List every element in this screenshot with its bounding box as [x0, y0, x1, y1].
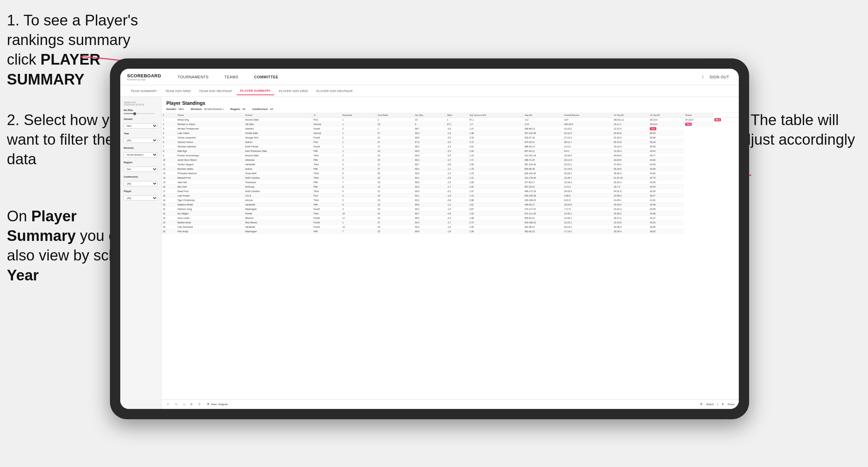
slider-track[interactable] [124, 113, 155, 114]
no-rds-label: No Rds. [124, 109, 158, 112]
table-row: 26Petr HrubyWashingtonFifth72568.6-1.81.… [162, 229, 739, 234]
sub-nav-player-h2h-heatmap[interactable]: PLAYER H2H HEATMAP [313, 87, 356, 95]
sub-nav-team-h2h-grid[interactable]: TEAM H2H GRID [162, 87, 194, 95]
table-row: 22Ian GilliganFloridaThird102468.7-0.81.… [162, 211, 739, 216]
col-player: Player [176, 113, 244, 118]
sub-nav-player-summary[interactable]: PLAYER SUMMARY [237, 87, 274, 95]
toolbar-separator: | [717, 403, 718, 406]
table-row: 9Preston SummerhaysArizona StateThird324… [162, 153, 739, 158]
step2-text: 2. Select how you want to filter the dat… [7, 111, 126, 167]
sub-nav-team-summary[interactable]: TEAM SUMMARY [127, 87, 160, 95]
gender-select[interactable]: Men [124, 123, 158, 129]
nav-bar: SCOREBOARD Powered by clipp TOURNAMENTS … [120, 69, 739, 85]
col-yr: Yr [312, 113, 341, 118]
redo-button[interactable]: ↪ [174, 402, 179, 407]
step3-bold2: Year [7, 267, 39, 283]
col-wins: Wins [446, 113, 468, 118]
sub-nav-team-h2h-heatmap[interactable]: TEAM H2H HEATMAP [196, 87, 235, 95]
player-standings-table: # Player School Yr Reg Rank Conf Rank No… [162, 113, 739, 234]
table-header: Player Standings Gender: Men Division: N… [162, 97, 739, 113]
nav-right: | Sign out [702, 74, 732, 80]
watch-label[interactable]: Watch [706, 403, 714, 406]
conference-select[interactable]: (All) [124, 181, 158, 186]
logo-subtitle: Powered by clipp [127, 78, 161, 81]
table-row: 24Bastien AmatNew MexicoFourth12769.4-1.… [162, 220, 739, 225]
table-title: Player Standings [166, 100, 734, 106]
region-select[interactable]: N/A [124, 167, 158, 172]
filter-gender: Gender: Men [166, 108, 184, 111]
table-row: 5Christo LamprechtGeorgia TechFourth2216… [162, 135, 739, 140]
col-adj-score: Adj. Score to Par [468, 113, 523, 118]
step4-text: 3. The table will adjust accordingly [734, 111, 855, 148]
table-row: 4Luke ClatonFlorida StateSecond12768.2-1… [162, 131, 739, 135]
nav-tournaments[interactable]: TOURNAMENTS [175, 74, 211, 80]
sub-nav: TEAM SUMMARY TEAM H2H GRID TEAM H2H HEAT… [120, 85, 739, 97]
table-row: 10Jacob Skov OlesenArkansasFifth22568.4-… [162, 158, 739, 162]
col-rank: # [162, 113, 176, 118]
region-filter: Region N/A [124, 161, 158, 172]
slider-thumb[interactable] [133, 112, 136, 115]
year-label: Year [124, 132, 158, 135]
table-row: 25Cole SherwoodVanderbiltFourth122369.3-… [162, 225, 739, 229]
table-row: 16Alex GoffKentuckyFifth81968.3-1.71.924… [162, 185, 739, 189]
table-header-row: # Player School Yr Reg Rank Conf Rank No… [162, 113, 739, 118]
tablet-device: SCOREBOARD Powered by clipp TOURNAMENTS … [110, 58, 749, 419]
col-reg-rank: Reg Rank [341, 113, 376, 118]
table-row: 13Phichaksn MaichonTexas A&MThird63069.0… [162, 171, 739, 176]
gender-filter: Gender Men [124, 118, 158, 129]
region-label: Region [124, 161, 158, 164]
division-select[interactable]: NCAA Division I [124, 152, 158, 157]
table-row: 3Michael ThorbjornsenStanfordFourth2168.… [162, 126, 739, 131]
col-conf-rank: Conf Rank [376, 113, 414, 118]
table-area: Player Standings Gender: Men Division: N… [162, 97, 739, 409]
share-label[interactable]: Share [727, 403, 735, 406]
conference-filter: Conference (All) [124, 175, 158, 186]
col-vs-top25: Vs Top 25 [612, 113, 648, 118]
nav-teams[interactable]: TEAMS [222, 74, 241, 80]
col-overall: Overall Record [563, 113, 612, 118]
table-row: 17David FordNorth CarolinaThird42169.0-0… [162, 189, 739, 193]
table-row: 21Taehoon SongWashingtonFourth42369.2-1.… [162, 207, 739, 211]
filter-row: Gender: Men Division: NCAA Division I Re… [166, 108, 734, 111]
view-label: View: Original [211, 403, 227, 406]
gender-label: Gender [124, 118, 158, 121]
undo-button[interactable]: ↩ [166, 402, 171, 407]
table-row: 1Wenyi DingArizona StateFirst1115167.1-3… [162, 118, 739, 122]
bottom-toolbar: ↩ ↪ ◁ ⧉ ⏱ 👁 View: Original 👁 Watch | ⬆ S… [162, 399, 739, 409]
conference-label: Conference [124, 175, 158, 178]
filter-region: Region: All [230, 108, 245, 111]
player-select[interactable]: (All) [124, 196, 158, 201]
watch-icon: 👁 [700, 403, 703, 406]
table-row: 8Mats EgeEast Tennessee StateFifth12468.… [162, 149, 739, 153]
year-select[interactable]: (All) [124, 138, 158, 143]
nav-committee[interactable]: COMMITTEE [252, 74, 281, 80]
data-table-wrapper: # Player School Yr Reg Rank Conf Rank No… [162, 113, 739, 399]
filter-conference: Conference: All [252, 108, 273, 111]
table-row: 18Luke PowellUCLAFirst42469.1-1.81.13500… [162, 193, 739, 198]
toolbar-view: 👁 View: Original [207, 403, 227, 406]
copy-button[interactable]: ⧉ [189, 402, 194, 407]
scoreboard-logo: SCOREBOARD Powered by clipp [127, 73, 161, 81]
col-avg-sg: Avg SG [523, 113, 563, 118]
table-row: 19Tiger ChristensenArizonaThird52369.2-0… [162, 198, 739, 202]
table-row: 15Jake HallTennesseeFifth71868.5-1.51.66… [162, 180, 739, 185]
table-row: 23Jack LundinMissouriFourth112468.5-2.31… [162, 216, 739, 220]
main-content: Update time: 27/03/2024 16:56:26 No Rds.… [120, 97, 739, 409]
filter-division: Division: NCAA Division I [191, 108, 223, 111]
player-filter: Player (All) [124, 190, 158, 201]
division-label: Division [124, 146, 158, 149]
sign-out-button[interactable]: Sign out [707, 74, 732, 80]
no-rds-filter: No Rds. [124, 109, 158, 114]
col-vs-top50: Vs Top 50 [648, 113, 684, 118]
instruction-step4: 3. The table will adjust accordingly [734, 110, 858, 149]
view-icon: 👁 [207, 403, 210, 406]
sub-nav-player-h2h-grid[interactable]: PLAYER H2H GRID [276, 87, 312, 95]
back-button[interactable]: ◁ [181, 402, 186, 407]
division-filter: Division NCAA Division I [124, 146, 158, 157]
step3-text: On [7, 208, 31, 224]
sidebar-filters: Update time: 27/03/2024 16:56:26 No Rds.… [120, 97, 162, 409]
col-points: Points [684, 113, 713, 118]
toolbar-right: 👁 Watch | ⬆ Share [700, 403, 735, 406]
table-row: 12Brendan ValdesAuburnFifth53768.4-1.11.… [162, 167, 739, 171]
settings-button[interactable]: ⏱ [197, 402, 202, 407]
